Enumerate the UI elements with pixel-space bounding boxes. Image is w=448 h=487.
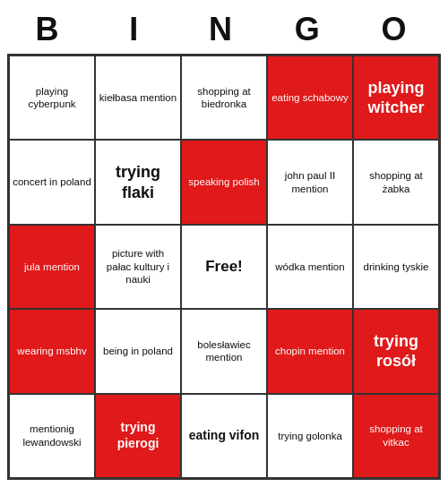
bingo-cell-24: shopping at vitkac [353,394,439,478]
bingo-title: B I N G O [7,7,441,54]
bingo-cell-18: chopin mention [267,309,353,393]
title-o: O [354,11,441,48]
bingo-cell-10: jula mention [9,225,95,309]
bingo-cell-12: Free! [181,225,267,309]
bingo-cell-6: trying flaki [95,140,181,224]
bingo-cell-17: bolesławiec mention [181,309,267,393]
bingo-cell-9: shopping at żabka [353,140,439,224]
bingo-cell-23: trying golonka [267,394,353,478]
bingo-cell-0: playing cyberpunk [9,56,95,140]
title-n: N [181,11,268,48]
bingo-cell-16: being in poland [95,309,181,393]
bingo-cell-4: playing witcher [353,56,439,140]
bingo-cell-5: concert in poland [9,140,95,224]
bingo-cell-14: drinking tyskie [353,225,439,309]
bingo-cell-22: eating vifon [181,394,267,478]
bingo-grid: playing cyberpunkkiełbasa mentionshoppin… [7,54,441,480]
bingo-cell-21: trying pierogi [95,394,181,478]
bingo-cell-7: speaking polish [181,140,267,224]
title-b: B [7,11,94,48]
title-i: I [94,11,181,48]
bingo-cell-20: mentionig lewandowski [9,394,95,478]
bingo-cell-15: wearing msbhv [9,309,95,393]
bingo-cell-2: shopping at biedronka [181,56,267,140]
bingo-cell-8: john paul II mention [267,140,353,224]
bingo-cell-3: eating schabowy [267,56,353,140]
bingo-cell-1: kiełbasa mention [95,56,181,140]
bingo-cell-11: picture with pałac kultury i nauki [95,225,181,309]
title-g: G [267,11,354,48]
bingo-cell-13: wódka mention [267,225,353,309]
bingo-cell-19: trying rosół [353,309,439,393]
